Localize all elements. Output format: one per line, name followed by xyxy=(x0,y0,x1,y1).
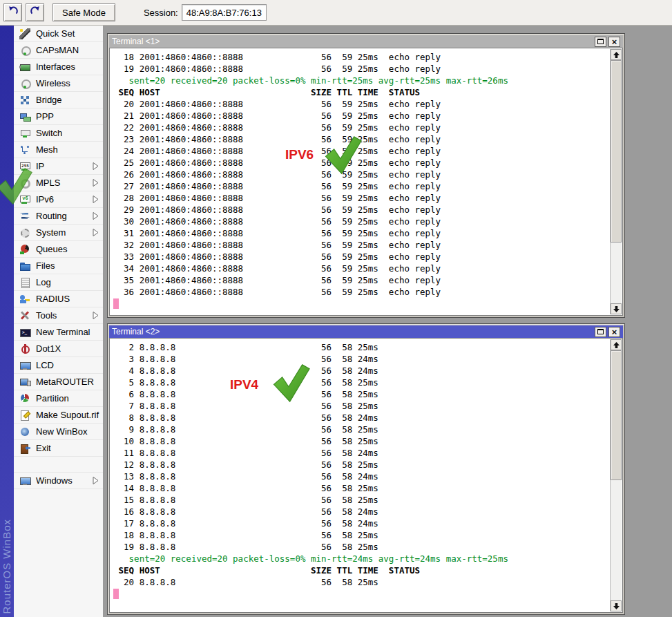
sidebar-item-ppp[interactable]: PPP xyxy=(14,108,103,125)
routing-icon xyxy=(19,211,30,222)
sidebar-item-interfaces[interactable]: Interfaces xyxy=(14,59,103,75)
windows-icon xyxy=(19,475,30,486)
close-icon: × xyxy=(612,37,617,46)
mesh-icon xyxy=(19,144,30,155)
scroll-thumb[interactable] xyxy=(611,350,622,480)
terminal2-titlebar[interactable]: Terminal <2> × xyxy=(109,325,623,338)
terminal-line: SEQ HOST SIZE TTL TIME STATUS xyxy=(113,564,608,576)
scroll-up-button[interactable] xyxy=(611,49,622,60)
exit-icon xyxy=(19,443,30,454)
terminal-line: 10 8.8.8.8 56 58 25ms xyxy=(113,435,608,447)
terminal1-title: Terminal <1> xyxy=(112,37,593,46)
terminal-icon xyxy=(19,327,30,338)
ppp-icon xyxy=(19,111,30,122)
sidebar-item-label: RADIUS xyxy=(36,294,70,304)
sidebar-item-label: Tools xyxy=(36,310,57,321)
terminal-line: 22 2001:4860:4860::8888 56 59 25ms echo … xyxy=(113,122,608,133)
sidebar-item-exit[interactable]: Exit xyxy=(14,440,103,457)
terminal-line: 35 2001:4860:4860::8888 56 59 25ms echo … xyxy=(113,274,608,286)
partition-icon xyxy=(19,393,30,404)
scroll-up-button[interactable] xyxy=(611,339,622,350)
supout-icon xyxy=(19,410,30,421)
safe-mode-button[interactable]: Safe Mode xyxy=(52,3,115,21)
sidebar-item-label: Partition xyxy=(36,393,69,404)
sidebar-item-system[interactable]: System xyxy=(14,225,103,241)
sidebar-item-label: Windows xyxy=(36,475,73,486)
sidebar-item-radius[interactable]: RADIUS xyxy=(14,291,103,307)
terminal-line: SEQ HOST SIZE TTL TIME STATUS xyxy=(113,86,608,98)
terminal-line: 14 8.8.8.8 56 58 25ms xyxy=(113,482,608,494)
terminal-line: 15 8.8.8.8 56 58 25ms xyxy=(113,494,608,506)
terminal-line: 29 2001:4860:4860::8888 56 59 25ms echo … xyxy=(113,204,608,216)
sidebar-item-label: MPLS xyxy=(36,178,60,188)
submenu-arrow-icon xyxy=(93,477,99,484)
radius-icon xyxy=(19,294,30,305)
terminal-line: 33 2001:4860:4860::8888 56 59 25ms echo … xyxy=(113,251,608,263)
winbox-app: Safe Mode Session: 48:A9:8A:B7:76:13 Rou… xyxy=(0,0,672,617)
undo-button[interactable] xyxy=(3,3,22,21)
terminal1-titlebar[interactable]: Terminal <1> × xyxy=(109,35,623,48)
terminal2-content[interactable]: 2 8.8.8.8 56 58 25ms 3 8.8.8.8 56 58 24m… xyxy=(109,338,623,613)
sidebar-item-capsman[interactable]: CAPsMAN xyxy=(14,42,103,59)
sidebar-item-lcd[interactable]: LCD xyxy=(14,357,103,374)
terminal-line: 12 8.8.8.8 56 58 25ms xyxy=(113,459,608,471)
scroll-thumb[interactable] xyxy=(611,60,622,243)
sidebar-item-new-winbox[interactable]: New WinBox xyxy=(14,424,103,440)
terminal1-close-button[interactable]: × xyxy=(608,37,620,47)
sidebar-item-label: Queues xyxy=(36,244,68,254)
arrow-up-icon xyxy=(613,52,620,58)
sidebar-item-label: Make Supout.rif xyxy=(36,410,99,420)
session-field[interactable]: 48:A9:8A:B7:76:13 xyxy=(182,4,267,21)
sidebar-item-log[interactable]: Log xyxy=(14,274,103,291)
sidebar-item-label: New WinBox xyxy=(36,426,87,437)
sidebar-item-bridge[interactable]: Bridge xyxy=(14,92,103,108)
terminal-line: 28 2001:4860:4860::8888 56 59 25ms echo … xyxy=(113,192,608,204)
sidebar-item-label: Exit xyxy=(36,443,51,453)
sidebar-item-mesh[interactable]: Mesh xyxy=(14,142,103,158)
sidebar-item-queues[interactable]: Queues xyxy=(14,241,103,258)
sidebar-item-metarouter[interactable]: MetaROUTER xyxy=(14,374,103,390)
terminal-line: 4 8.8.8.8 56 58 24ms xyxy=(113,365,608,377)
sidebar-item-new-terminal[interactable]: New Terminal xyxy=(14,324,103,341)
sidebar-item-partition[interactable]: Partition xyxy=(14,390,103,407)
sidebar-item-dot1x[interactable]: Dot1X xyxy=(14,341,103,357)
terminal1-scrollbar[interactable] xyxy=(610,49,622,314)
sidebar-item-label: System xyxy=(36,227,66,238)
scroll-down-button[interactable] xyxy=(611,303,622,314)
wireless-icon xyxy=(19,78,30,89)
sidebar-item-windows[interactable]: Windows xyxy=(14,473,103,489)
terminal-line: 5 8.8.8.8 56 58 25ms xyxy=(113,377,608,388)
terminal-line: 8 8.8.8.8 56 58 24ms xyxy=(113,412,608,424)
lcd-icon xyxy=(19,360,30,371)
terminal2-maximize-button[interactable] xyxy=(595,327,606,337)
sidebar-item-make-supout-rif[interactable]: Make Supout.rif xyxy=(14,407,103,424)
arrow-up-icon xyxy=(613,342,620,348)
sidebar-item-label: Bridge xyxy=(36,95,62,105)
scroll-down-button[interactable] xyxy=(611,600,622,611)
terminal1-maximize-button[interactable] xyxy=(595,37,606,47)
ipv4-annotation-label: IPV4 xyxy=(230,377,258,392)
quickset-icon xyxy=(19,28,30,39)
terminal-line: 20 2001:4860:4860::8888 56 59 25ms echo … xyxy=(113,98,608,110)
sidebar-item-tools[interactable]: Tools xyxy=(14,307,103,324)
redo-button[interactable] xyxy=(26,3,44,21)
terminal-window-1: Terminal <1> × 18 2001:4860:4860::8888 5… xyxy=(107,33,625,318)
sidebar-item-wireless[interactable]: Wireless xyxy=(14,75,103,92)
sidebar-item-routing[interactable]: Routing xyxy=(14,208,103,225)
sidebar-item-files[interactable]: Files xyxy=(14,258,103,274)
sidebar-item-label: Log xyxy=(36,277,51,287)
terminal2-close-button[interactable]: × xyxy=(608,327,620,337)
sidebar-item-label: MetaROUTER xyxy=(36,377,94,387)
terminal1-content[interactable]: 18 2001:4860:4860::8888 56 59 25ms echo … xyxy=(109,48,623,316)
sidebar-item-label: PPP xyxy=(36,111,54,122)
terminal1-lines: 18 2001:4860:4860::8888 56 59 25ms echo … xyxy=(113,51,608,310)
terminal-line: 19 2001:4860:4860::8888 56 59 25ms echo … xyxy=(113,63,608,75)
checkmark-icon xyxy=(271,363,311,406)
terminal-line: 2 8.8.8.8 56 58 25ms xyxy=(113,341,608,353)
terminal2-scrollbar[interactable] xyxy=(610,339,622,611)
sidebar-item-quick-set[interactable]: Quick Set xyxy=(14,26,103,42)
mdi-workspace: Terminal <1> × 18 2001:4860:4860::8888 5… xyxy=(104,26,672,617)
sidebar-item-label: IPv6 xyxy=(36,194,54,205)
sidebar-item-switch[interactable]: Switch xyxy=(14,125,103,142)
sidebar-item-label: Routing xyxy=(36,211,67,221)
